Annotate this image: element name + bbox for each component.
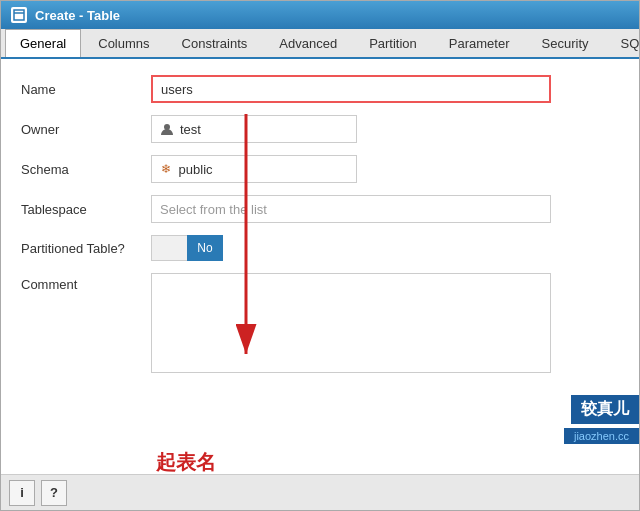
tab-bar: General Columns Constraints Advanced Par… (1, 29, 639, 59)
name-label: Name (21, 82, 151, 97)
tablespace-row: Tablespace Select from the list (21, 195, 619, 223)
comment-label: Comment (21, 273, 151, 292)
tab-sql[interactable]: SQL (606, 29, 641, 57)
partitioned-toggle: No (151, 235, 223, 261)
tab-general[interactable]: General (5, 29, 81, 57)
partitioned-label: Partitioned Table? (21, 241, 151, 256)
toggle-yes-btn[interactable] (151, 235, 187, 261)
watermark-url: jiaozhen.cc (564, 428, 639, 444)
owner-label: Owner (21, 122, 151, 137)
tab-security[interactable]: Security (527, 29, 604, 57)
tab-partition[interactable]: Partition (354, 29, 432, 57)
tablespace-select[interactable]: Select from the list (151, 195, 551, 223)
schema-label: Schema (21, 162, 151, 177)
tab-advanced[interactable]: Advanced (264, 29, 352, 57)
tablespace-placeholder: Select from the list (160, 202, 267, 217)
partitioned-row: Partitioned Table? No (21, 235, 619, 261)
owner-input[interactable] (180, 122, 348, 137)
window-icon (11, 7, 27, 23)
info-button[interactable]: i (9, 480, 35, 506)
tab-parameter[interactable]: Parameter (434, 29, 525, 57)
comment-row: Comment (21, 273, 619, 373)
title-bar: Create - Table (1, 1, 639, 29)
name-input[interactable] (151, 75, 551, 103)
toggle-no-btn[interactable]: No (187, 235, 223, 261)
owner-field-wrapper (151, 115, 357, 143)
main-window: Create - Table General Columns Constrain… (0, 0, 640, 511)
svg-rect-0 (14, 10, 24, 20)
user-icon (160, 122, 174, 136)
name-row: Name (21, 75, 619, 103)
comment-input[interactable] (151, 273, 551, 373)
name-field-wrapper (151, 75, 551, 103)
watermark-brand: 较真儿 (571, 395, 639, 424)
owner-row: Owner (21, 115, 619, 143)
form-content: Name Owner Schema ❄ (1, 59, 639, 474)
bottom-bar: i ? (1, 474, 639, 510)
tab-columns[interactable]: Columns (83, 29, 164, 57)
schema-input[interactable] (179, 162, 348, 177)
schema-field-wrapper: ❄ (151, 155, 357, 183)
annotation-text: 起表名 (156, 449, 216, 474)
schema-row: Schema ❄ (21, 155, 619, 183)
schema-icon: ❄ (160, 162, 173, 176)
tab-constraints[interactable]: Constraints (167, 29, 263, 57)
tablespace-label: Tablespace (21, 202, 151, 217)
window-title: Create - Table (35, 8, 120, 23)
help-button[interactable]: ? (41, 480, 67, 506)
